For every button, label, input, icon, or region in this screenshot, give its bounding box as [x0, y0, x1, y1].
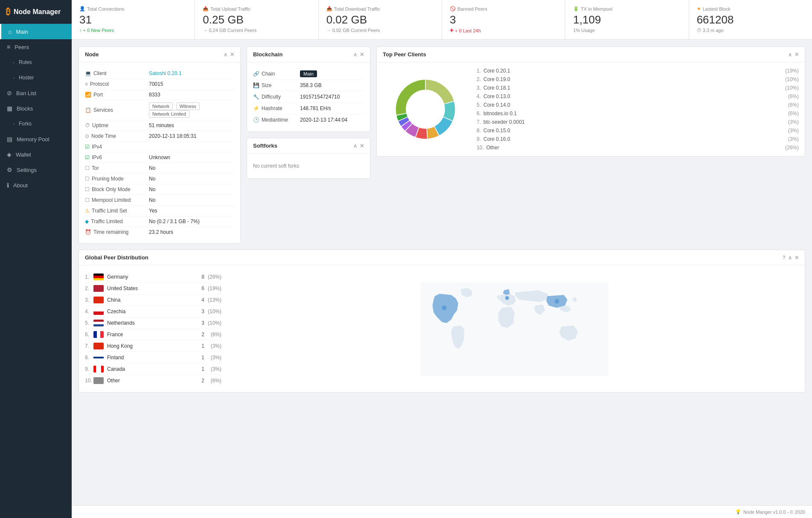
flag-us [93, 285, 104, 292]
sidebar-item-hoster[interactable]: · Hoster [0, 70, 72, 85]
sidebar-item-settings[interactable]: ⚙ Settings [0, 162, 72, 178]
sidebar-label-main: Main [16, 29, 28, 35]
sidebar-label-blocks: Blocks [17, 105, 33, 112]
settings-icon: ⚙ [7, 166, 12, 173]
close-icon[interactable]: ✕ [795, 255, 799, 261]
stat-upload-label: 📤 Total Upload Traffic [203, 6, 310, 12]
flag-hk [93, 343, 104, 349]
collapse-icon[interactable]: ∧ [353, 143, 357, 149]
clock-icon: ⏱ [697, 28, 701, 33]
softforks-message: No current soft forks [253, 160, 364, 172]
blockchain-panel-header: Blockchain ∧ ✕ [247, 47, 370, 62]
softforks-panel-body: No current soft forks [247, 154, 370, 178]
node-row-timeremaining: ⏰Time remaining 23.2 hours [85, 227, 234, 237]
sidebar-label-settings: Settings [17, 167, 37, 173]
stat-banned-value: 3 [450, 13, 557, 26]
stat-mempool-label: 🔋 TX in Mempool [573, 6, 681, 12]
softforks-title: Softforks [253, 143, 277, 149]
softforks-controls[interactable]: ∧ ✕ [353, 143, 364, 149]
sidebar: ₿ Node Manager ⌂ Main ≡ Peers · Rules · … [0, 0, 72, 518]
country-row-other: 10. Other 2 (6%) [85, 375, 221, 386]
flag-de [93, 274, 104, 280]
peers-icon: ≡ [7, 44, 10, 50]
app-logo: ₿ Node Manager [0, 0, 72, 24]
geopeer-panel: Global Peer Distribution ? ∧ ✕ 1. German… [79, 250, 805, 393]
sidebar-item-rules[interactable]: · Rules [0, 55, 72, 70]
stat-block-value: 661208 [697, 13, 804, 26]
footer-text: Node Manger v1.0.0 - © 2020 [743, 509, 805, 515]
flag-nl [93, 320, 104, 326]
flag-ca [93, 366, 104, 372]
blockchain-controls[interactable]: ∧ ✕ [353, 52, 364, 58]
close-icon[interactable]: ✕ [360, 52, 364, 58]
node-panel: Node ∧ ✕ 💻Client Satoshi 0.20.1 ≡Protoco… [79, 47, 241, 244]
sidebar-item-forks[interactable]: · Forks [0, 116, 72, 131]
bc-row-difficulty: 🔧Difficulty 19157154724710 [253, 91, 364, 103]
collapse-icon[interactable]: ∧ [224, 52, 227, 58]
sidebar-item-about[interactable]: ℹ About [0, 178, 72, 193]
star-icon: ★ [697, 6, 701, 12]
main-content: 👤 Total Connections 31 ↑ + 0 New Peers 📤… [72, 0, 812, 518]
stat-download-label: 📥 Total Download Traffic [326, 6, 434, 12]
stat-download-sub: → 0.02 GB Current Peers [326, 28, 434, 33]
sidebar-item-memorypool[interactable]: ▤ Memory Pool [0, 131, 72, 147]
stat-connections: 👤 Total Connections 31 ↑ + 0 New Peers [72, 0, 195, 39]
stat-upload-sub: → 0.24 GB Current Peers [203, 28, 310, 33]
sidebar-label-hoster: Hoster [19, 75, 34, 81]
blockchain-title: Blockchain [253, 51, 282, 58]
stat-mempool-value: 1,109 [573, 13, 681, 26]
stat-download-value: 0.02 GB [326, 13, 434, 26]
close-icon[interactable]: ✕ [795, 52, 799, 58]
country-row-ca: 9. Canada 1 (3%) [85, 364, 221, 375]
svg-point-4 [554, 299, 559, 303]
home-icon: ⌂ [8, 28, 12, 35]
country-row-cn: 3. China 4 (13%) [85, 294, 221, 306]
collapse-icon[interactable]: ∧ [788, 255, 792, 261]
peer-row-5: 5.Core 0.14.0(6%) [477, 101, 799, 109]
sidebar-label-rules: Rules [19, 59, 32, 65]
close-icon[interactable]: ✕ [360, 143, 364, 149]
top-panels: Node ∧ ✕ 💻Client Satoshi 0.20.1 ≡Protoco… [79, 47, 805, 244]
collapse-icon[interactable]: ∧ [353, 52, 357, 58]
sidebar-label-about: About [13, 182, 28, 189]
country-row-cz: 4. Czechia 3 (10%) [85, 306, 221, 317]
bc-row-mediantime: 🕐Mediantime 2020-12-13 17:44:04 [253, 114, 364, 125]
country-row-fr: 6. France 2 (6%) [85, 329, 221, 340]
peer-clients-controls[interactable]: ∧ ✕ [788, 52, 799, 58]
chain-badge: Main [300, 70, 317, 77]
node-row-services: 📋Services Network Witness Network Limite… [85, 100, 234, 120]
world-map-svg [378, 282, 651, 376]
node-panel-header: Node ∧ ✕ [79, 47, 240, 62]
sidebar-item-wallet[interactable]: ◈ Wallet [0, 147, 72, 162]
collapse-icon[interactable]: ∧ [788, 52, 792, 58]
peer-row-3: 3.Core 0.18.1(10%) [477, 84, 799, 92]
battery-icon: 🔋 [573, 6, 579, 12]
badge-witness: Witness [176, 102, 200, 110]
softforks-panel-header: Softforks ∧ ✕ [247, 138, 370, 154]
download-icon: 📥 [326, 6, 332, 12]
sidebar-label-banlist: Ban List [16, 90, 36, 96]
stat-mempool: 🔋 TX in Mempool 1,109 1% Usage [565, 0, 689, 39]
badge-network-limited: Network Limited [149, 110, 189, 118]
rules-icon: · [13, 59, 15, 66]
node-panel-controls[interactable]: ∧ ✕ [224, 52, 234, 58]
sidebar-item-peers[interactable]: ≡ Peers [0, 39, 72, 55]
sidebar-item-main[interactable]: ⌂ Main [0, 24, 72, 39]
peer-row-2: 2.Core 0.19.0(10%) [477, 75, 799, 84]
sidebar-item-banlist[interactable]: ⊘ Ban List [0, 85, 72, 101]
close-icon[interactable]: ✕ [230, 52, 234, 58]
flag-fi [93, 354, 104, 361]
bc-row-chain: 🔗Chain Main [253, 68, 364, 80]
node-row-nodetime: ⊙Node Time 2020-12-13 18:05:31 [85, 131, 234, 142]
country-list: 1. Germany 8 (26%) 2. United States 6 (1… [85, 271, 221, 386]
sidebar-item-blocks[interactable]: ▦ Blocks [0, 101, 72, 116]
blocks-icon: ▦ [7, 105, 12, 112]
mempool-icon: ▤ [7, 136, 12, 143]
donut-container: 1.Core 0.20.1(19%) 2.Core 0.19.0(10%) 3.… [377, 62, 805, 156]
geopeer-controls[interactable]: ? ∧ ✕ [783, 255, 799, 261]
help-icon[interactable]: ? [783, 255, 786, 261]
node-row-trafficlimitset: ⚠Traffic Limit Set Yes [85, 206, 234, 216]
flag-cz [93, 308, 104, 315]
world-map [230, 271, 799, 386]
softforks-panel: Softforks ∧ ✕ No current soft forks [247, 138, 370, 179]
